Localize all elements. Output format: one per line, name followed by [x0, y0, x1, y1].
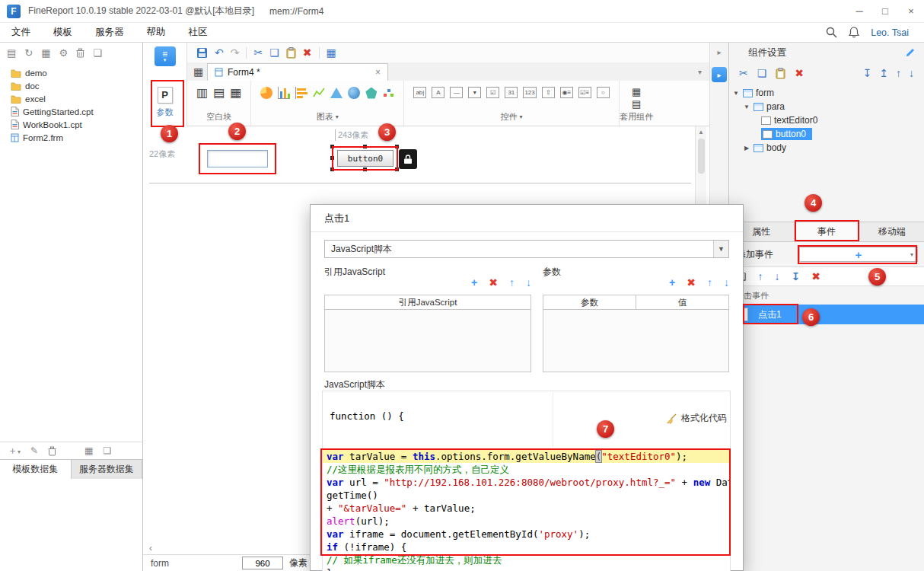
combobox-widget-icon[interactable]: ▾ — [468, 87, 481, 98]
js-code-lines[interactable]: var tarValue = this.options.form.getValu… — [323, 450, 730, 571]
selection-handle[interactable] — [330, 145, 334, 148]
delete-param-icon[interactable]: ✖ — [687, 276, 696, 289]
ref-down-icon[interactable]: ↓ — [526, 276, 531, 289]
cut-component-icon[interactable]: ✂ — [739, 68, 748, 78]
pie-chart-icon[interactable] — [260, 87, 272, 99]
preview-dataset-icon[interactable]: ▦ — [84, 445, 93, 456]
add-event-button[interactable]: +▾ — [799, 247, 918, 262]
menu-help[interactable]: 帮助 — [135, 26, 177, 39]
param-down-icon[interactable]: ↓ — [724, 276, 729, 289]
ref-js-table[interactable]: 引用JavaScript — [324, 295, 531, 372]
selection-handle[interactable] — [395, 167, 399, 171]
notification-bell-icon[interactable] — [849, 27, 859, 38]
paste-component-icon[interactable] — [776, 68, 785, 79]
area-chart-icon[interactable] — [330, 88, 343, 98]
document-tab-form4[interactable]: Form4 * × — [207, 63, 388, 81]
add-ref-icon[interactable]: + — [471, 276, 477, 289]
edit-dataset-icon[interactable]: ✎ — [30, 445, 38, 456]
move-to-top-icon[interactable]: ↥ — [879, 68, 888, 78]
copy-file-icon[interactable]: ❏ — [93, 47, 102, 59]
tree-item-form[interactable]: Form2.frm — [0, 131, 142, 144]
expand-arrow-icon[interactable]: ▼ — [732, 90, 740, 97]
settings-gear-icon[interactable]: ⚙ — [59, 47, 69, 59]
event-type-select[interactable]: JavaScript脚本 ▼ — [324, 240, 729, 258]
tab-close-icon[interactable]: × — [375, 67, 381, 78]
move-to-bottom-icon[interactable]: ↧ — [863, 68, 872, 78]
widget-settings-icon[interactable]: ▸ — [712, 67, 727, 82]
search-icon[interactable] — [826, 27, 837, 38]
tab-template-dataset[interactable]: 模板数据集 — [0, 460, 72, 479]
button0-widget[interactable]: button0 — [337, 150, 393, 167]
tree-node-texteditor0[interactable]: textEditor0 — [729, 113, 924, 127]
selection-handle[interactable] — [363, 167, 367, 171]
undo-icon[interactable]: ↶ — [215, 47, 224, 58]
menu-community[interactable]: 社区 — [177, 26, 219, 39]
selection-handle[interactable] — [330, 167, 334, 171]
selection-handle[interactable] — [330, 156, 334, 160]
parameter-panel-icon[interactable]: ≡▾ — [155, 46, 176, 66]
scroll-up-icon[interactable]: ▲ — [698, 129, 704, 136]
add-dataset-icon[interactable]: ＋▾ — [8, 444, 21, 458]
move-up-icon[interactable]: ↑ — [896, 68, 901, 78]
cut-icon[interactable]: ✂ — [253, 47, 263, 58]
menu-file[interactable]: 文件 — [0, 26, 42, 39]
maximize-button[interactable]: □ — [872, 0, 898, 23]
event-sort-icon[interactable]: ↧ — [792, 271, 801, 282]
delete-icon[interactable]: ✖ — [303, 47, 312, 58]
selection-handle[interactable] — [395, 145, 399, 148]
view-grid-icon[interactable]: ▦ — [41, 47, 50, 59]
textarea-widget-icon[interactable]: A — [432, 87, 444, 98]
radio-group-widget-icon[interactable]: ◉≡ — [560, 87, 573, 98]
tab-block-icon[interactable]: ▥ — [196, 87, 208, 99]
delete-ref-icon[interactable]: ✖ — [489, 276, 498, 289]
close-button[interactable]: × — [898, 0, 924, 23]
scroll-left-icon[interactable]: ‹ — [149, 543, 152, 553]
bar-chart-icon[interactable] — [295, 87, 307, 99]
table-edit-icon[interactable]: ▦ — [327, 47, 336, 58]
line-chart-icon[interactable] — [313, 87, 325, 99]
form-width-input[interactable] — [242, 557, 283, 569]
code-line[interactable]: } — [323, 566, 730, 571]
menu-server[interactable]: 服务器 — [84, 26, 135, 39]
expand-arrow-icon[interactable]: ▼ — [743, 104, 750, 110]
checkbox-group-widget-icon[interactable]: ☑≡ — [578, 87, 591, 98]
widget-more-caret-icon[interactable]: ▾ — [520, 113, 523, 120]
format-code-button[interactable]: 格式化代码 — [665, 412, 727, 425]
refresh-icon[interactable]: ↻ — [24, 47, 33, 59]
column-chart-icon[interactable] — [278, 87, 290, 99]
tree-item-folder[interactable]: demo — [0, 66, 142, 79]
code-line[interactable]: // 如果iframe还没有加进去，则加进去 — [323, 553, 730, 566]
delete-file-icon[interactable] — [76, 48, 84, 58]
tree-item-report[interactable]: WorkBook1.cpt — [0, 118, 142, 131]
date-widget-icon[interactable]: 31 — [505, 87, 518, 98]
parameter-button[interactable]: P 参数 — [149, 80, 181, 124]
delete-event-icon[interactable]: ✖ — [811, 271, 820, 282]
file-widget-icon[interactable]: ⇧ — [542, 87, 555, 98]
code-line[interactable]: getTime() — [323, 489, 730, 502]
tree-item-folder[interactable]: excel — [0, 92, 142, 105]
edit-pencil-icon[interactable] — [906, 48, 915, 57]
copy-icon[interactable]: ❏ — [269, 47, 279, 58]
collapsed-arrow-icon[interactable]: ▶ — [743, 145, 750, 152]
chart-more-caret-icon[interactable]: ▾ — [336, 113, 339, 120]
ref-up-icon[interactable]: ↑ — [509, 276, 515, 289]
code-line[interactable]: + "&tarValue=" + tarValue; — [323, 502, 730, 515]
toolbar-options-caret-icon[interactable]: ▾ — [698, 68, 702, 76]
code-line[interactable]: var iframe = document.getElementById('pr… — [323, 528, 730, 541]
tab-events[interactable]: 事件 — [795, 222, 860, 241]
save-icon[interactable] — [196, 47, 208, 59]
redo-icon[interactable]: ↷ — [231, 47, 240, 58]
event-move-up-icon[interactable]: ↑ — [758, 271, 763, 282]
map-chart-icon[interactable] — [348, 87, 360, 99]
label-widget-icon[interactable]: — — [450, 87, 463, 98]
tree-node-button0[interactable]: button0 — [729, 127, 924, 141]
event-move-down-icon[interactable]: ↓ — [775, 271, 780, 282]
add-param-icon[interactable]: + — [669, 276, 675, 289]
textfield-widget-icon[interactable]: ab| — [413, 87, 426, 98]
panel-switch-icon[interactable]: ▤ — [7, 47, 16, 59]
texteditor0-widget[interactable] — [207, 150, 268, 167]
code-line[interactable]: if (!iframe) { — [323, 541, 730, 553]
tree-node-form[interactable]: ▼form — [729, 86, 924, 100]
connection-dataset-icon[interactable]: ❏ — [103, 445, 111, 456]
absolute-block-icon[interactable]: ▤ — [213, 87, 225, 99]
